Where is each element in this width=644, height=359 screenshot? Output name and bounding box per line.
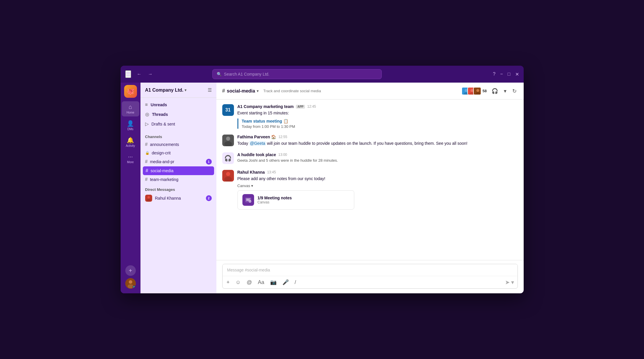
member-avatars[interactable]: 58 (461, 87, 487, 95)
more-icon: ··· (128, 153, 133, 160)
icon-sidebar: 🐙 ⌂ Home 👤 DMs 🔔 Activity ··· More + (121, 83, 140, 293)
avatar (222, 135, 234, 146)
maximize-button[interactable]: □ (508, 72, 511, 77)
message-time: 13:00 (278, 153, 287, 157)
emoji-button[interactable]: ☺ (235, 279, 241, 286)
channel-name: social-media (150, 168, 173, 173)
app-logo: 🐙 (124, 85, 137, 98)
member-count: 58 (482, 89, 487, 93)
mention-button[interactable]: @ (246, 279, 252, 286)
huddle-description: Geeta Joshi and 5 others were in the hud… (237, 158, 518, 163)
send-button[interactable]: ➤ (505, 279, 510, 286)
forward-button[interactable]: → (146, 70, 155, 78)
workspace-name[interactable]: A1 Company Ltd. ▾ (145, 88, 187, 93)
send-dropdown-button[interactable]: ▾ (511, 279, 514, 286)
channel-sidebar: A1 Company Ltd. ▾ ☰ ≡ Unreads ◎ Threads … (140, 83, 216, 293)
channel-name: design-crit (152, 151, 171, 155)
minimize-button[interactable]: − (500, 72, 503, 77)
sidebar-nav-drafts[interactable]: ▷ Drafts & sent (140, 119, 216, 129)
refresh-button[interactable]: ↻ (511, 87, 518, 95)
workspace-header: A1 Company Ltd. ▾ ☰ (140, 83, 216, 98)
canvas-dropdown-label: Canvas ▾ (237, 184, 254, 188)
input-toolbar: + ☺ @ Aa 📷 🎤 / ➤ ▾ (223, 276, 518, 288)
text-after: will join our team huddle to provide upd… (266, 141, 467, 146)
sidebar-item-home[interactable]: ⌂ Home (122, 101, 139, 116)
huddle-button[interactable]: 🎧 (490, 87, 499, 95)
channel-title: # social-media ▾ (222, 88, 259, 94)
svg-point-19 (226, 172, 230, 176)
sidebar-nav-threads[interactable]: ◎ Threads (140, 109, 216, 119)
channel-chevron-icon[interactable]: ▾ (257, 89, 258, 93)
app-badge: APP (296, 105, 305, 109)
user-avatar[interactable] (125, 278, 136, 289)
hamburger-button[interactable]: ☰ (125, 70, 131, 78)
more-label: More (127, 161, 134, 164)
logo-emoji: 🐙 (126, 88, 134, 95)
channel-item-media-and-pr[interactable]: # media-and-pr 1 (140, 157, 216, 166)
send-btn-area: ➤ ▾ (505, 279, 514, 286)
format-button[interactable]: Aa (257, 279, 265, 286)
sidebar-item-activity[interactable]: 🔔 Activity (122, 134, 139, 150)
sidebar-nav: ≡ Unreads ◎ Threads ▷ Drafts & sent (140, 98, 216, 131)
sidebar-item-dms[interactable]: 👤 DMs (122, 118, 139, 133)
lock-icon: 🔒 (145, 151, 150, 155)
add-button[interactable]: + (125, 265, 136, 276)
back-button[interactable]: ← (135, 70, 144, 78)
threads-label: Threads (152, 112, 168, 117)
channel-description: Track and coordinate social media (263, 89, 321, 93)
workspace-name-text: A1 Company Ltd. (145, 88, 184, 93)
channel-hash-icon: # (145, 177, 148, 182)
table-row: 31 A1 Company marketing team APP 12:45 E… (222, 104, 518, 129)
channel-item-social-media[interactable]: # social-media (143, 166, 214, 175)
channel-hash-icon: # (222, 88, 225, 94)
channel-item-design-crit[interactable]: 🔒 design-crit (140, 149, 216, 157)
workspace-chevron-icon: ▾ (185, 88, 186, 92)
chat-header-right: 58 🎧 ▾ ↻ (461, 87, 518, 95)
message-author: A1 Company marketing team (237, 104, 294, 109)
svg-point-5 (147, 199, 151, 202)
more-actions-button[interactable]: ▾ (503, 87, 508, 95)
icon-sidebar-bottom: + (125, 265, 136, 291)
message-input-area: + ☺ @ Aa 📷 🎤 / ➤ ▾ (216, 260, 524, 293)
canvas-attachment[interactable]: 1/9 Meeting notes Canvas (237, 190, 354, 210)
table-row: 🎧 A huddle took place 13:00 Geeta Joshi … (222, 152, 518, 164)
message-input-box: + ☺ @ Aa 📷 🎤 / ➤ ▾ (222, 264, 518, 289)
svg-rect-23 (246, 200, 249, 201)
canvas-type: Canvas (258, 200, 292, 204)
window-controls: ? − □ ✕ (493, 72, 519, 77)
svg-point-16 (226, 137, 230, 141)
nav-arrows: ← → (135, 70, 155, 78)
message-content: A1 Company marketing team APP 12:45 Even… (237, 104, 518, 129)
canvas-dropdown[interactable]: Canvas ▾ (237, 184, 518, 188)
canvas-title: 1/9 Meeting notes (258, 196, 292, 200)
channel-item-team-marketing[interactable]: # team-marketing (140, 175, 216, 184)
search-bar[interactable]: 🔍 (212, 69, 382, 79)
search-icon: 🔍 (217, 72, 222, 76)
svg-point-13 (476, 89, 479, 92)
slash-button[interactable]: / (294, 279, 297, 286)
video-button[interactable]: 📷 (270, 278, 277, 286)
mention-geeta[interactable]: @Geeta (249, 141, 266, 146)
messages-container: 31 A1 Company marketing team APP 12:45 E… (216, 100, 524, 260)
channel-item-announcements[interactable]: # announcements (140, 140, 216, 149)
meeting-link[interactable]: Team status meeting 📋 (242, 119, 288, 123)
add-tool-button[interactable]: + (226, 279, 230, 286)
dm-avatar-rahul (145, 195, 152, 202)
filter-icon[interactable]: ☰ (208, 87, 212, 93)
message-input[interactable] (223, 264, 518, 276)
dm-item-rahul[interactable]: Rahul Khanna 2 (140, 193, 216, 203)
sidebar-nav-unreads[interactable]: ≡ Unreads (140, 100, 216, 109)
help-button[interactable]: ? (493, 72, 496, 77)
channel-name: announcements (150, 142, 179, 147)
huddle-title: A huddle took place (237, 152, 276, 157)
search-input[interactable] (224, 72, 377, 76)
close-button[interactable]: ✕ (515, 72, 519, 77)
sidebar-item-more[interactable]: ··· More (122, 151, 139, 166)
threads-icon: ◎ (145, 111, 149, 117)
audio-button[interactable]: 🎤 (282, 278, 289, 286)
message-header: A1 Company marketing team APP 12:45 (237, 104, 518, 109)
avatar (222, 170, 234, 182)
dm-badge: 2 (206, 195, 212, 201)
channels-section-label: Channels (140, 131, 216, 140)
text-before: Today (237, 141, 249, 146)
